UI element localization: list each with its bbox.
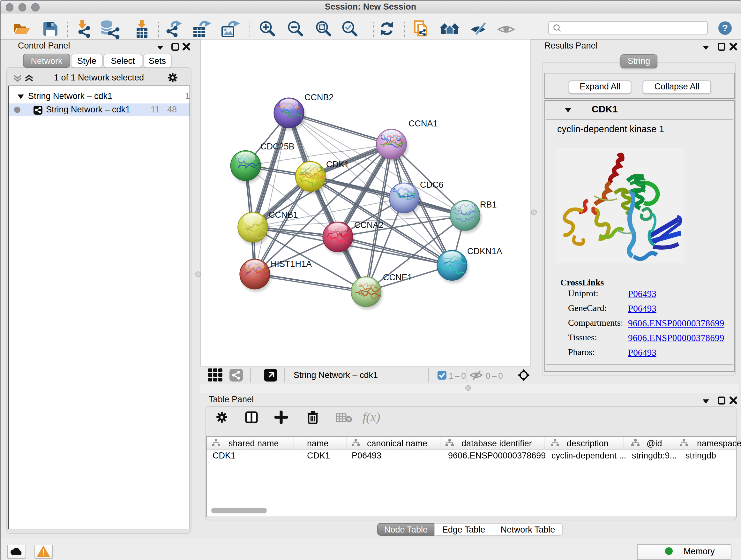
svg-text:CCNA2: CCNA2 xyxy=(354,220,384,230)
svg-text:CCNB2: CCNB2 xyxy=(305,92,334,102)
svg-text:?: ? xyxy=(722,23,728,33)
svg-text:CCNA1: CCNA1 xyxy=(408,119,438,128)
svg-text:HIST1H1A: HIST1H1A xyxy=(271,259,312,269)
svg-text:CCNB1: CCNB1 xyxy=(269,210,298,220)
svg-text:CDC6: CDC6 xyxy=(420,180,444,190)
svg-text:CDC25B: CDC25B xyxy=(260,142,294,151)
svg-text:CDK1: CDK1 xyxy=(326,160,349,169)
svg-text:RB1: RB1 xyxy=(480,200,497,209)
svg-text:CDKN1A: CDKN1A xyxy=(467,246,502,256)
svg-text:CCNE1: CCNE1 xyxy=(383,273,412,282)
